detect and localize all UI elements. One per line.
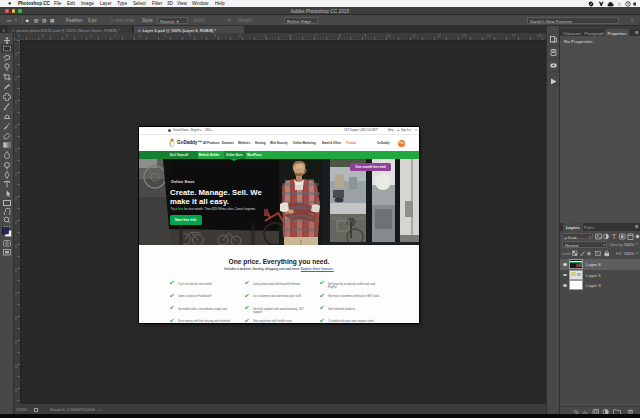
svg-text:T: T xyxy=(612,233,616,240)
